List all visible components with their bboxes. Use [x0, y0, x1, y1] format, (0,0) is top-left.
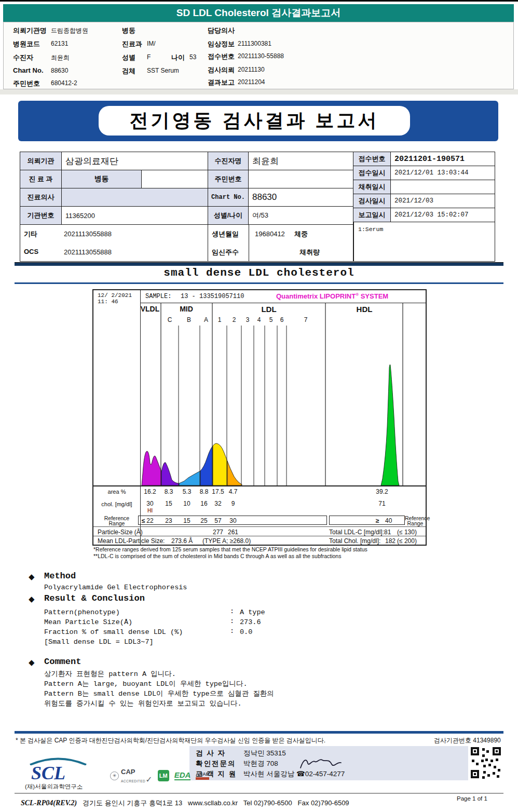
eda-logo-text: EDA [174, 770, 191, 779]
hdr-mid-value-2: F [147, 53, 151, 61]
anab-logo-icon: ANAB [196, 772, 209, 780]
cell-label: 진료의사 [20, 188, 62, 207]
mean-size-value: 273.6 Å [171, 537, 193, 545]
result-item-name: Pattern(phenotype) [44, 608, 120, 616]
cell-value: 2021113055888 [64, 248, 112, 256]
mid-b-band [179, 471, 200, 485]
hdr-left-value-1: 62131 [51, 40, 68, 47]
cell-value: 11365200 [62, 207, 208, 225]
lab-website: www.scllab.co.kr [188, 799, 238, 807]
cell-label: 진 료 과 [20, 170, 62, 188]
cell-label: 임신주수 [212, 248, 239, 257]
ref-row-label-2: Range [99, 520, 135, 526]
cert-note: * 본 검사실은 CAP 인증과 대한진단검사의학회/진단검사의학재단의 우수검… [16, 736, 325, 745]
brand-prefix: Quantimetrix LIPOPRINT [276, 292, 356, 300]
org-number: 검사기관번호 41349890 [434, 736, 501, 745]
brand-suffix: SYSTEM [361, 292, 388, 300]
report-title: SD LDL Cholesterol 검사결과보고서 [176, 6, 340, 20]
cell-label: OCS [24, 248, 38, 255]
cell-empty [142, 170, 208, 188]
hdr-left-value-2: 최윤희 [51, 53, 70, 62]
area-value: 4.7 [222, 488, 244, 495]
hdr-mid-label-2: 성별 [122, 53, 135, 62]
diamond-icon: ◆ [29, 572, 35, 581]
brand-text: Quantimetrix LIPOPRINT® SYSTEM [276, 292, 388, 300]
page-number: Page 1 of 1 [457, 795, 487, 802]
hdr-left-label-3: Chart No. [13, 66, 44, 74]
hdr-left-value-3: 88630 [51, 67, 68, 74]
chart-footnote-1: *Reference ranges derived from 125 serum… [93, 546, 367, 552]
hdr-mid-label-2b: 나이 [171, 53, 185, 62]
ref-range-box-hdl [329, 516, 405, 525]
ldl1-band [213, 443, 227, 485]
kolas-lm-logo-icon: LM [158, 770, 169, 781]
signature-panel: 검 사 자정낙민 35315 확인전문의박현경 708 고 객 지 원박사현 서… [189, 746, 468, 780]
ref-right-label-2: Range [405, 520, 426, 526]
brand-reg-mark: ® [356, 292, 359, 297]
chart-footnote-2: **LDL-C is comprised of the sum of chole… [93, 553, 341, 559]
total-ldl-label: Total LDL-C [mg/dl]: [329, 529, 384, 536]
hdr-left-value-0: 드림종합병원 [51, 26, 88, 35]
result-item-value: 0.0 [240, 628, 252, 636]
cell-value: 19680412 [255, 230, 285, 238]
sign-label: 검 사 자 [196, 749, 243, 758]
cell-label: 기관번호 [20, 207, 62, 225]
comment-line: Pattern B는 small dense LDL이 우세한 type으로 심… [44, 689, 274, 698]
lab-fax: Fax 02)790-6509 [298, 799, 349, 807]
cell-label: 접수일시 [353, 166, 391, 180]
mid-a-band [200, 446, 213, 485]
eda-logo-icon: EDA [174, 771, 191, 780]
diamond-icon: ◆ [29, 658, 35, 667]
hdr-left-label-2: 수진자 [13, 53, 33, 62]
cell-value [249, 170, 353, 188]
result-heading: Result & Conclusion [44, 593, 145, 603]
chol-value: 9 [222, 500, 244, 507]
chart-time: 11: 46 [98, 299, 118, 305]
scl-logo-subtext: (재)서울의과학연구소 [25, 783, 83, 791]
comment-line: 위험도를 증가시킬 수 있는 위험인자로 보고되고 있습니다. [44, 699, 242, 708]
hdr-mid-value-3: SST Serum [147, 67, 179, 74]
cell-label: 채취일시 [353, 180, 391, 194]
section-title: small dense LDL cholesterol [0, 267, 518, 279]
cell-value: 2021113055888 [64, 230, 112, 238]
area-value: 39.2 [371, 488, 393, 495]
ref-geq-sign: ≥ [376, 517, 379, 524]
doc-code: SCL-RP04(REV.2) [21, 799, 77, 807]
cell-divider [249, 225, 249, 261]
sign-value: 정낙민 35315 [243, 749, 286, 757]
section-rule-top [15, 262, 503, 266]
chart-date: 12/ 2/2021 [98, 292, 132, 299]
comment-line: 상기환자 표현형은 pattern A 입니다. [44, 669, 176, 679]
hdr-mid-label-1: 진료과 [122, 39, 142, 49]
org-number-value: 41349890 [473, 737, 500, 744]
total-ldl-ref: (≤ 130) [397, 529, 417, 536]
particle-value: 261 [222, 529, 244, 536]
cell-label: 검사일시 [353, 194, 391, 208]
particle-label: Particle-Size (Å) [98, 529, 143, 536]
cell-value [391, 180, 495, 194]
hdr-right-value-2: 20211130-55888 [238, 52, 284, 60]
separator-band [0, 89, 518, 94]
banner-title-box: 전기영동 검사결과 보고서 [99, 106, 410, 136]
mean-size-type: (TYPE A; ≥268.0) [202, 537, 251, 545]
lm-logo-text: LM [159, 773, 168, 779]
ldl2-band [227, 461, 242, 485]
cell-label: 체중 [294, 229, 308, 239]
hdr-right-value-3: 20211130 [238, 66, 265, 73]
area-row-label: area % [105, 489, 128, 495]
scl-logo-text: SCL [31, 762, 65, 784]
cell-label: 성별/나이 [208, 207, 249, 225]
cell-label: 접수번호 [353, 152, 391, 166]
anab-logo-text: ANAB [196, 772, 209, 777]
vldl-band [142, 451, 161, 485]
section-rule-bottom [15, 282, 503, 284]
result-item-value: 273.6 [240, 618, 261, 626]
total-chol-value: 182 [385, 537, 396, 545]
cell-label: 생년월일 [212, 229, 239, 239]
mean-row-rule [93, 536, 426, 536]
total-chol-ref: (≤ 200) [397, 537, 417, 545]
minor-lane-lines [179, 326, 287, 485]
sample-value: 13 - 133519057110 [181, 293, 244, 300]
hdr-left-label-1: 병원코드 [13, 39, 40, 49]
hdr-mid-value-1: IM/ [147, 40, 156, 47]
